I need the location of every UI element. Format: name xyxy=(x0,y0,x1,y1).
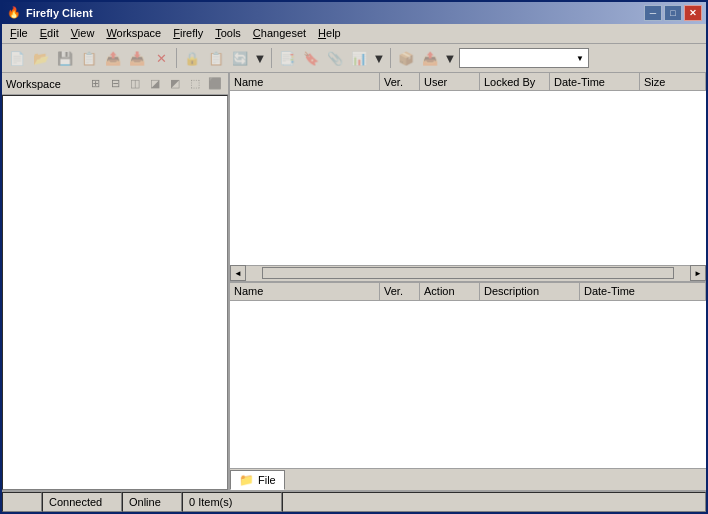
ws-icon1[interactable]: ⊞ xyxy=(86,75,104,93)
menu-workspace[interactable]: Workspace xyxy=(100,25,167,41)
tb-dropdown-arrow3[interactable]: ▼ xyxy=(443,47,457,69)
main-area: Workspace ⊞ ⊟ ◫ ◪ ◩ ⬚ ⬛ Nam xyxy=(2,73,706,490)
lower-col-desc: Description xyxy=(480,283,580,300)
main-window: 🔥 Firefly Client ─ □ ✕ File Edit View Wo… xyxy=(0,0,708,514)
status-panel-5 xyxy=(282,492,706,512)
scroll-right-btn[interactable]: ► xyxy=(690,265,706,281)
upper-scrollbar-h: ◄ ► xyxy=(230,265,706,281)
menu-edit[interactable]: Edit xyxy=(34,25,65,41)
tb-btn6[interactable]: 📥 xyxy=(126,47,148,69)
tb-dropdown-arrow2[interactable]: ▼ xyxy=(372,47,386,69)
tab-file-label: File xyxy=(258,474,276,486)
app-icon: 🔥 xyxy=(6,5,22,21)
tb-btn7[interactable]: 🔒 xyxy=(181,47,203,69)
menu-file[interactable]: File xyxy=(4,25,34,41)
toolbar-sep2 xyxy=(271,48,272,68)
lower-col-action: Action xyxy=(420,283,480,300)
scroll-left-btn[interactable]: ◄ xyxy=(230,265,246,281)
tb-new-button[interactable]: 📄 xyxy=(6,47,28,69)
menu-firefly[interactable]: Firefly xyxy=(167,25,209,41)
tb-btn10[interactable]: 📑 xyxy=(276,47,298,69)
col-ver: Ver. xyxy=(380,73,420,90)
status-bar: Connected Online 0 Item(s) xyxy=(2,490,706,512)
workspace-tree xyxy=(2,95,228,490)
ws-icon2[interactable]: ⊟ xyxy=(106,75,124,93)
scroll-track[interactable] xyxy=(262,267,674,279)
tb-dropdown-arrow[interactable]: ▼ xyxy=(253,47,267,69)
connected-text: Connected xyxy=(49,496,102,508)
tb-btn8[interactable]: 📋 xyxy=(205,47,227,69)
status-online: Online xyxy=(122,492,182,512)
dropdown-arrow-icon: ▼ xyxy=(576,54,584,63)
ws-icon4[interactable]: ◪ xyxy=(146,75,164,93)
tab-file[interactable]: 📁 File xyxy=(230,470,285,490)
title-buttons: ─ □ ✕ xyxy=(644,5,702,21)
menu-changeset[interactable]: Changeset xyxy=(247,25,312,41)
status-connected: Connected xyxy=(42,492,122,512)
menu-help[interactable]: Help xyxy=(312,25,347,41)
tb-open-button[interactable]: 📂 xyxy=(30,47,52,69)
toolbar-dropdown[interactable]: ▼ xyxy=(459,48,589,68)
menu-bar: File Edit View Workspace Firefly Tools C… xyxy=(2,24,706,44)
tb-btn15[interactable]: 📤 xyxy=(419,47,441,69)
tab-bar: 📁 File xyxy=(230,468,706,490)
tb-btn4[interactable]: 📋 xyxy=(78,47,100,69)
tb-save-button[interactable]: 💾 xyxy=(54,47,76,69)
folder-icon: 📁 xyxy=(239,473,254,487)
workspace-header: Workspace ⊞ ⊟ ◫ ◪ ◩ ⬚ ⬛ xyxy=(2,73,228,95)
lower-grid-body xyxy=(230,301,706,468)
tb-btn5[interactable]: 📤 xyxy=(102,47,124,69)
ws-icon3[interactable]: ◫ xyxy=(126,75,144,93)
ws-icon6[interactable]: ⬚ xyxy=(186,75,204,93)
lower-col-ver: Ver. xyxy=(380,283,420,300)
toolbar: 📄 📂 💾 📋 📤 📥 ✕ 🔒 📋 🔄 ▼ 📑 🔖 📎 📊 ▼ 📦 📤 ▼ ▼ xyxy=(2,44,706,74)
items-text: 0 Item(s) xyxy=(189,496,232,508)
ws-icon5[interactable]: ◩ xyxy=(166,75,184,93)
lower-grid: Name Ver. Action Description Date-Time 📁… xyxy=(230,283,706,490)
right-panel: Name Ver. User Locked By Date-Time Size … xyxy=(230,73,706,490)
workspace-label: Workspace xyxy=(6,78,61,90)
status-panel-1 xyxy=(2,492,42,512)
lower-col-datetime: Date-Time xyxy=(580,283,706,300)
title-bar: 🔥 Firefly Client ─ □ ✕ xyxy=(2,2,706,24)
toolbar-sep1 xyxy=(176,48,177,68)
left-panel: Workspace ⊞ ⊟ ◫ ◪ ◩ ⬚ ⬛ xyxy=(2,73,230,490)
upper-grid-header: Name Ver. User Locked By Date-Time Size xyxy=(230,73,706,91)
tb-btn11[interactable]: 🔖 xyxy=(300,47,322,69)
col-name: Name xyxy=(230,73,380,90)
tb-delete-button[interactable]: ✕ xyxy=(150,47,172,69)
tb-btn9[interactable]: 🔄 xyxy=(229,47,251,69)
tb-btn12[interactable]: 📎 xyxy=(324,47,346,69)
lower-col-name: Name xyxy=(230,283,380,300)
upper-grid-body xyxy=(230,91,706,264)
maximize-button[interactable]: □ xyxy=(664,5,682,21)
toolbar-sep3 xyxy=(390,48,391,68)
col-user: User xyxy=(420,73,480,90)
upper-grid: Name Ver. User Locked By Date-Time Size … xyxy=(230,73,706,282)
col-size: Size xyxy=(640,73,706,90)
tb-btn14[interactable]: 📦 xyxy=(395,47,417,69)
menu-view[interactable]: View xyxy=(65,25,101,41)
menu-tools[interactable]: Tools xyxy=(209,25,247,41)
window-title: Firefly Client xyxy=(26,7,93,19)
ws-icon7[interactable]: ⬛ xyxy=(206,75,224,93)
status-items: 0 Item(s) xyxy=(182,492,282,512)
tb-btn13[interactable]: 📊 xyxy=(348,47,370,69)
online-text: Online xyxy=(129,496,161,508)
minimize-button[interactable]: ─ xyxy=(644,5,662,21)
col-datetime: Date-Time xyxy=(550,73,640,90)
lower-grid-header: Name Ver. Action Description Date-Time xyxy=(230,283,706,301)
close-button[interactable]: ✕ xyxy=(684,5,702,21)
col-locked: Locked By xyxy=(480,73,550,90)
